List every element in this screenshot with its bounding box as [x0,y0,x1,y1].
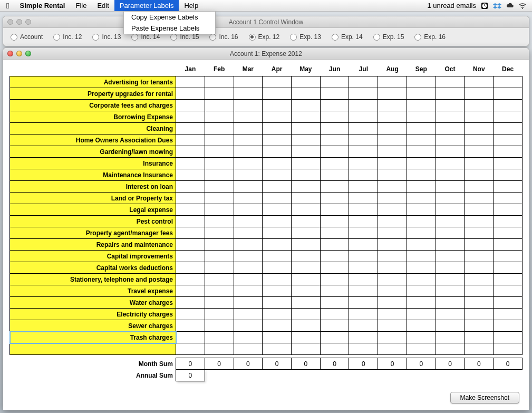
data-cell[interactable] [436,343,465,355]
data-cell[interactable] [378,100,407,111]
data-cell[interactable] [349,309,378,320]
data-cell[interactable] [176,251,205,262]
data-cell[interactable] [407,320,436,332]
data-cell[interactable] [234,204,263,216]
data-cell[interactable] [349,239,378,251]
data-cell[interactable] [320,135,349,146]
data-cell[interactable] [407,181,436,193]
data-cell[interactable] [349,285,378,297]
data-cell[interactable] [320,285,349,297]
radio-exp-16[interactable]: Exp. 16 [410,33,450,41]
data-cell[interactable] [234,181,263,193]
data-cell[interactable] [378,285,407,297]
menu-file[interactable]: File [70,0,92,11]
data-cell[interactable] [494,158,523,169]
data-cell[interactable] [234,251,263,262]
data-cell[interactable] [176,169,205,181]
data-cell[interactable] [205,227,234,239]
data-cell[interactable] [291,309,320,320]
data-cell[interactable] [320,111,349,123]
row-label[interactable]: Pest control [10,216,176,227]
data-cell[interactable] [291,297,320,309]
data-cell[interactable] [465,309,494,320]
data-cell[interactable] [234,111,263,123]
data-cell[interactable] [205,204,234,216]
data-cell[interactable] [407,135,436,146]
data-cell[interactable] [320,332,349,343]
data-cell[interactable] [436,123,465,135]
data-cell[interactable] [205,193,234,204]
data-cell[interactable] [494,135,523,146]
data-cell[interactable] [378,320,407,332]
data-cell[interactable] [176,274,205,285]
data-cell[interactable] [291,274,320,285]
zoom-icon[interactable] [25,19,31,25]
data-cell[interactable] [320,297,349,309]
data-cell[interactable] [436,193,465,204]
data-cell[interactable] [378,76,407,88]
data-cell[interactable] [205,343,234,355]
data-cell[interactable] [320,262,349,274]
data-cell[interactable] [494,146,523,158]
data-cell[interactable] [378,135,407,146]
data-cell[interactable] [465,76,494,88]
data-cell[interactable] [176,100,205,111]
row-label[interactable]: Electricity charges [10,309,176,320]
data-cell[interactable] [263,262,292,274]
data-cell[interactable] [263,297,292,309]
data-cell[interactable] [349,146,378,158]
data-cell[interactable] [349,76,378,88]
data-cell[interactable] [320,88,349,100]
data-cell[interactable] [407,100,436,111]
data-cell[interactable] [291,181,320,193]
data-cell[interactable] [320,309,349,320]
row-label[interactable]: Property agent/manager fees [10,227,176,239]
data-cell[interactable] [234,135,263,146]
data-cell[interactable] [494,76,523,88]
row-label[interactable]: Water charges [10,297,176,309]
data-cell[interactable] [465,158,494,169]
row-label[interactable]: Cleaning [10,123,176,135]
data-cell[interactable] [205,111,234,123]
data-cell[interactable] [291,123,320,135]
row-label[interactable]: Advertising for tenants [10,76,176,88]
data-cell[interactable] [263,100,292,111]
row-label[interactable]: Capital improvements [10,251,176,262]
data-cell[interactable] [234,169,263,181]
data-cell[interactable] [465,169,494,181]
data-cell[interactable] [205,158,234,169]
data-cell[interactable] [205,216,234,227]
data-cell[interactable] [320,251,349,262]
data-cell[interactable] [436,135,465,146]
data-cell[interactable] [378,111,407,123]
radio-exp-15[interactable]: Exp. 15 [369,33,409,41]
expense-window-titlebar[interactable]: Account 1: Expense 2012 [3,48,529,60]
data-cell[interactable] [205,123,234,135]
data-cell[interactable] [378,88,407,100]
data-cell[interactable] [465,123,494,135]
data-cell[interactable] [494,332,523,343]
data-cell[interactable] [320,169,349,181]
data-cell[interactable] [291,100,320,111]
data-cell[interactable] [378,216,407,227]
data-cell[interactable] [465,320,494,332]
data-cell[interactable] [349,193,378,204]
data-cell[interactable] [378,193,407,204]
data-cell[interactable] [263,227,292,239]
data-cell[interactable] [234,123,263,135]
data-cell[interactable] [205,309,234,320]
data-cell[interactable] [494,320,523,332]
data-cell[interactable] [494,123,523,135]
data-cell[interactable] [205,239,234,251]
radio-exp-12[interactable]: Exp. 12 [245,33,284,41]
data-cell[interactable] [349,227,378,239]
data-cell[interactable] [291,135,320,146]
data-cell[interactable] [205,146,234,158]
row-label[interactable]: Corporate fees and charges [10,100,176,111]
data-cell[interactable] [494,88,523,100]
data-cell[interactable] [205,332,234,343]
data-cell[interactable] [494,193,523,204]
data-cell[interactable] [407,88,436,100]
dropbox-icon[interactable] [493,2,501,10]
data-cell[interactable] [291,111,320,123]
